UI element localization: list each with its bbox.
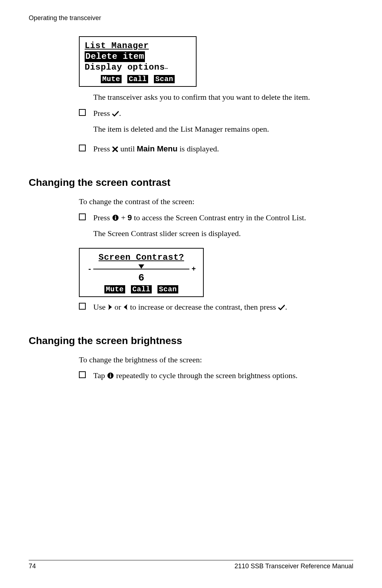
lcd-list-manager: List Manager Delete item Display options… <box>79 36 197 87</box>
softkey-call: Call <box>127 75 148 83</box>
text: until <box>118 144 137 153</box>
checkbox-icon <box>79 370 93 386</box>
text: to increase or decrease the contrast, th… <box>128 302 278 311</box>
softkey-scan: Scan <box>157 285 178 293</box>
lcd-row-selected: Delete item <box>85 51 191 62</box>
step-contrast-adjust: Use or to increase or decrease the contr… <box>79 301 339 317</box>
slider-displayed-text: The Screen Contrast slider screen is dis… <box>93 228 339 239</box>
lcd-title: List Manager <box>85 41 191 51</box>
lcd-screen-contrast: Screen Contrast? - + 6 Mute Call Scan <box>79 248 204 297</box>
contrast-intro: To change the contrast of the screen: <box>79 196 339 207</box>
text: . <box>285 302 287 311</box>
text: . <box>119 109 121 118</box>
lcd-softkey-row: Mute Call Scan <box>85 285 198 293</box>
text: is displayed. <box>178 144 219 153</box>
contrast-heading: Changing the screen contrast <box>29 177 353 188</box>
running-header: Operating the transceiver <box>29 14 353 22</box>
softkey-mute: Mute <box>101 75 122 83</box>
page-number: 74 <box>29 563 36 570</box>
checkbox-icon <box>79 143 93 159</box>
info-icon <box>107 372 114 379</box>
check-icon <box>112 111 119 117</box>
lcd-softkey-row: Mute Call Scan <box>85 75 191 83</box>
x-icon <box>112 146 118 152</box>
page-footer: 74 2110 SSB Transceiver Reference Manual <box>29 560 353 570</box>
plus-icon: + <box>192 265 196 273</box>
text: Press <box>93 109 112 118</box>
contrast-slider: - + <box>87 264 196 273</box>
svg-point-1 <box>115 216 116 217</box>
softkey-scan: Scan <box>154 75 175 83</box>
checkbox-icon <box>79 301 93 317</box>
svg-point-4 <box>110 374 111 375</box>
info-icon <box>112 215 119 221</box>
softkey-mute: Mute <box>104 285 125 293</box>
step-press-check: Press . The item is deleted and the List… <box>79 108 339 139</box>
svg-rect-5 <box>110 375 111 378</box>
step-contrast-open: Press + 9 to access the Screen Contrast … <box>79 212 339 244</box>
text: or <box>113 302 123 311</box>
text: Press <box>93 213 112 222</box>
text: Use <box>93 302 108 311</box>
text: to access the Screen Contrast entry in t… <box>132 213 306 222</box>
checkbox-icon <box>79 212 93 244</box>
main-menu-label: Main Menu <box>137 144 178 153</box>
slider-marker-icon <box>138 264 144 269</box>
scroll-left-icon <box>123 304 128 310</box>
text: Press <box>93 144 112 153</box>
check-icon <box>278 305 285 310</box>
item-deleted-text: The item is deleted and the List Manager… <box>93 123 339 135</box>
svg-rect-2 <box>115 217 116 220</box>
checkbox-icon <box>79 108 93 139</box>
footer-title: 2110 SSB Transceiver Reference Manual <box>235 563 353 570</box>
text: repeatedly to cycle through the screen b… <box>114 371 297 380</box>
brightness-intro: To change the brightness of the screen: <box>79 354 339 365</box>
lcd-row-display-options: Display options… <box>85 62 191 73</box>
key-9: 9 <box>127 213 132 222</box>
text: Tap <box>93 371 107 380</box>
scroll-right-icon <box>108 304 112 310</box>
confirm-delete-text: The transceiver asks you to confirm that… <box>93 92 339 103</box>
minus-icon: - <box>88 265 92 273</box>
softkey-call: Call <box>131 285 152 293</box>
text: + <box>119 213 127 222</box>
step-press-x: Press until Main Menu is displayed. <box>79 143 339 159</box>
brightness-heading: Changing the screen brightness <box>29 335 353 347</box>
contrast-value: 6 <box>85 273 198 283</box>
lcd-title: Screen Contrast? <box>85 252 198 263</box>
step-brightness-tap: Tap repeatedly to cycle through the scre… <box>79 370 339 386</box>
